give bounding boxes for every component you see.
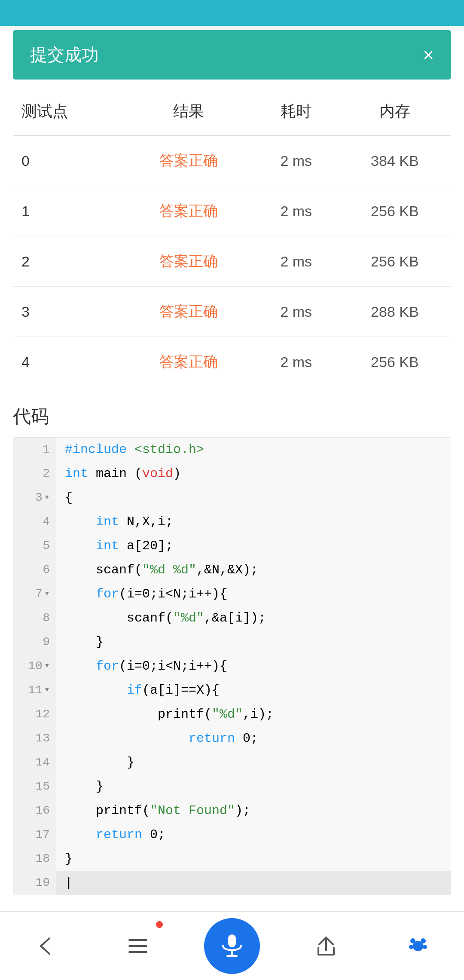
svg-point-8 [410,938,415,943]
cell-result: 答案正确 [123,337,254,387]
back-button[interactable] [20,920,72,972]
cell-memory: 384 KB [339,135,451,186]
results-section: 测试点 结果 耗时 内存 0答案正确2 ms384 KB1答案正确2 ms256… [0,80,464,396]
notification-text: 提交成功 [30,43,99,67]
line-num-13: 13 [13,726,56,750]
line-num-7: 7 [13,582,56,606]
mic-button[interactable] [204,918,260,974]
line-num-4: 4 [13,510,56,534]
code-line-2: 2 int main (void) [13,462,451,486]
line-content-19: | [56,871,451,895]
cell-time: 2 ms [254,135,339,186]
line-content-8: scanf("%d",&a[i]); [56,606,451,630]
line-num-3: 3 [13,486,56,510]
code-line-15: 15 } [13,775,451,799]
menu-button[interactable] [112,920,164,972]
line-content-11: if(a[i]==X){ [56,678,451,702]
cell-memory: 256 KB [339,236,451,287]
line-num-14: 14 [13,750,56,775]
code-line-18: 18 } [13,847,451,871]
code-section-title: 代码 [13,404,451,429]
cell-time: 2 ms [254,236,339,287]
code-line-6: 6 scanf("%d %d",&N,&X); [13,558,451,582]
line-num-18: 18 [13,847,56,871]
table-row: 0答案正确2 ms384 KB [13,135,451,186]
code-line-3: 3 { [13,486,451,510]
line-num-2: 2 [13,462,56,486]
line-content-6: scanf("%d %d",&N,&X); [56,558,451,582]
code-line-17: 17 return 0; [13,823,451,847]
cell-memory: 288 KB [339,287,451,337]
cell-testpoint: 0 [13,135,123,186]
line-content-3: { [56,486,451,510]
cell-result: 答案正确 [123,135,254,186]
code-section: 代码 1 #include <stdio.h> 2 int main (void… [0,396,464,908]
line-content-4: int N,X,i; [56,510,451,534]
cell-memory: 256 KB [339,337,451,387]
table-header-row: 测试点 结果 耗时 内存 [13,88,451,135]
line-num-8: 8 [13,606,56,630]
line-content-14: } [56,750,451,775]
main-content: 提交成功 × 测试点 结果 耗时 内存 0答案正确2 ms384 KB1答案正确… [0,30,464,980]
code-line-7: 7 for(i=0;i<N;i++){ [13,582,451,606]
cell-testpoint: 1 [13,186,123,236]
cell-result: 答案正确 [123,186,254,236]
code-line-13: 13 return 0; [13,726,451,750]
cell-memory: 256 KB [339,186,451,236]
line-content-15: } [56,775,451,799]
line-num-1: 1 [13,438,56,462]
results-table: 测试点 结果 耗时 内存 0答案正确2 ms384 KB1答案正确2 ms256… [13,88,451,387]
table-row: 1答案正确2 ms256 KB [13,186,451,236]
cell-time: 2 ms [254,287,339,337]
code-line-10: 10 for(i=0;i<N;i++){ [13,654,451,678]
line-num-5: 5 [13,534,56,558]
col-header-memory: 内存 [339,88,451,135]
line-content-7: for(i=0;i<N;i++){ [56,582,451,606]
line-content-9: } [56,630,451,654]
code-line-5: 5 int a[20]; [13,534,451,558]
line-content-5: int a[20]; [56,534,451,558]
table-row: 3答案正确2 ms288 KB [13,287,451,337]
status-bar [0,0,464,26]
code-line-12: 12 printf("%d",i); [13,702,451,726]
table-row: 2答案正确2 ms256 KB [13,236,451,287]
line-content-10: for(i=0;i<N;i++){ [56,654,451,678]
cell-result: 答案正确 [123,236,254,287]
line-num-15: 15 [13,775,56,799]
col-header-testpoint: 测试点 [13,88,123,135]
code-line-4: 4 int N,X,i; [13,510,451,534]
notification-close-button[interactable]: × [423,46,434,64]
code-editor: 1 #include <stdio.h> 2 int main (void) 3… [13,437,451,895]
code-line-14: 14 } [13,750,451,775]
line-num-17: 17 [13,823,56,847]
line-content-13: return 0; [56,726,451,750]
share-button[interactable] [300,920,352,972]
line-num-6: 6 [13,558,56,582]
line-content-18: } [56,847,451,871]
code-line-16: 16 printf("Not Found"); [13,799,451,823]
line-content-1: #include <stdio.h> [56,438,451,462]
code-line-11: 11 if(a[i]==X){ [13,678,451,702]
code-line-1: 1 #include <stdio.h> [13,438,451,462]
cell-time: 2 ms [254,186,339,236]
svg-point-10 [409,945,413,949]
svg-rect-3 [228,934,236,947]
code-line-19: 19 | [13,871,451,895]
svg-point-11 [423,945,427,949]
line-content-2: int main (void) [56,462,451,486]
col-header-result: 结果 [123,88,254,135]
cell-time: 2 ms [254,337,339,387]
cell-testpoint: 2 [13,236,123,287]
code-line-8: 8 scanf("%d",&a[i]); [13,606,451,630]
line-num-9: 9 [13,630,56,654]
line-content-12: printf("%d",i); [56,702,451,726]
cell-testpoint: 3 [13,287,123,337]
cell-testpoint: 4 [13,337,123,387]
bottom-navigation [0,911,464,980]
line-num-19: 19 [13,871,56,895]
table-row: 4答案正确2 ms256 KB [13,337,451,387]
notification-banner: 提交成功 × [13,30,451,80]
line-num-10: 10 [13,654,56,678]
baidu-button[interactable] [392,920,444,972]
col-header-time: 耗时 [254,88,339,135]
